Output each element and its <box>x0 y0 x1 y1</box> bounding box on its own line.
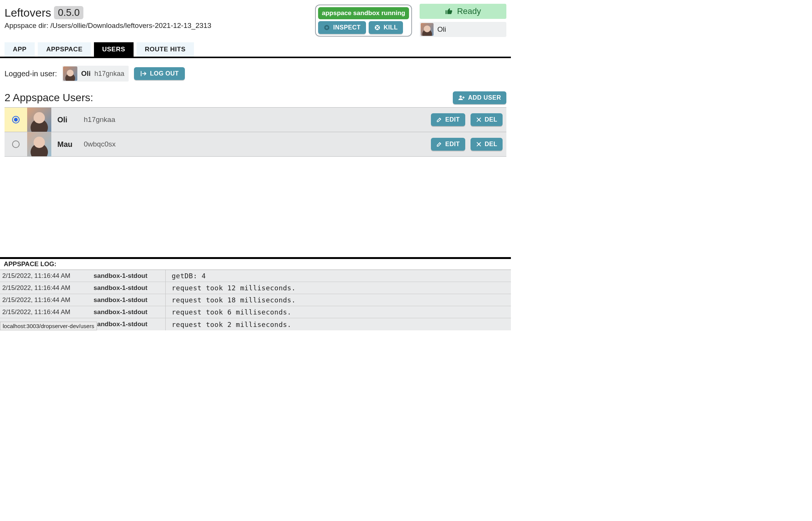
ready-label: Ready <box>457 6 481 16</box>
ready-status: Ready <box>420 4 506 19</box>
inspect-label: INSPECT <box>333 24 361 31</box>
close-circle-icon <box>374 24 381 31</box>
log-ts: 2/15/2022, 11:16:44 AM <box>0 308 94 316</box>
edit-user-button[interactable]: EDIT <box>431 138 465 151</box>
user-list: Oli h17gnkaa EDIT DEL <box>5 107 506 157</box>
users-section-title: 2 Appspace Users: <box>5 92 93 104</box>
avatar <box>27 132 51 156</box>
appspace-dir-label: Appspace dir: <box>5 22 48 29</box>
logged-in-label: Logged-in user: <box>5 69 57 78</box>
current-user-pill[interactable]: Oli <box>420 22 506 37</box>
log-row: 2/15/2022, 11:16:44 AM sandbox-1-stdout … <box>0 294 511 306</box>
thumbs-up-icon <box>445 7 453 15</box>
tab-users[interactable]: USERS <box>94 42 134 57</box>
avatar <box>63 66 77 81</box>
log-src: sandbox-1-stdout <box>94 272 165 280</box>
logged-in-chip: Oli h17gnkaa <box>62 66 129 82</box>
edit-label: EDIT <box>445 116 460 123</box>
user-row-id: h17gnkaa <box>84 116 115 124</box>
log-ts: 2/15/2022, 11:16:44 AM <box>0 272 94 280</box>
log-src: sandbox-1-stdout <box>94 321 165 328</box>
delete-user-button[interactable]: DEL <box>471 138 503 151</box>
log-ts: 2/15/2022, 11:16:44 AM <box>0 284 94 292</box>
log-msg: request took 12 milliseconds. <box>166 284 296 292</box>
add-user-label: ADD USER <box>468 94 501 101</box>
log-src: sandbox-1-stdout <box>94 296 165 304</box>
avatar <box>27 108 51 132</box>
user-plus-icon <box>458 94 465 101</box>
tab-app[interactable]: APP <box>5 42 35 57</box>
del-label: DEL <box>485 141 498 148</box>
log-header: APPSPACE LOG: <box>0 259 511 270</box>
user-select-radio[interactable] <box>5 132 27 156</box>
close-icon <box>476 141 482 147</box>
tab-bar: APP APPSPACE USERS ROUTE HITS <box>5 42 511 57</box>
log-msg: request took 2 milliseconds. <box>166 321 291 328</box>
log-msg: request took 6 milliseconds. <box>166 308 291 316</box>
tab-appspace[interactable]: APPSPACE <box>38 42 91 57</box>
edit-icon <box>436 117 442 123</box>
log-row: 2/15/2022, 11:16:44 AM sandbox-1-stdout … <box>0 306 511 318</box>
edit-icon <box>436 141 442 147</box>
current-user-name: Oli <box>437 25 446 34</box>
svg-point-3 <box>460 96 462 98</box>
log-ts: 2/15/2022, 11:16:44 AM <box>0 296 94 304</box>
log-row: 2/15/2022, 11:16:44 AM sandbox-1-stdout … <box>0 282 511 294</box>
app-title: Leftovers <box>5 6 51 19</box>
close-icon <box>476 117 482 123</box>
user-row-id: 0wbqc0sx <box>84 140 116 148</box>
add-user-button[interactable]: ADD USER <box>453 91 506 104</box>
user-row-name: Oli <box>57 116 76 124</box>
edit-user-button[interactable]: EDIT <box>431 113 465 126</box>
kill-button[interactable]: KILL <box>369 21 403 34</box>
logged-in-name: Oli <box>81 69 91 78</box>
logout-label: LOG OUT <box>150 70 178 77</box>
appspace-log: APPSPACE LOG: 2/15/2022, 11:16:44 AM san… <box>0 257 511 330</box>
user-row-name: Mau <box>57 140 76 149</box>
log-row: 2/15/2022, 11:16:44 AM sandbox-1-stdout … <box>0 270 511 282</box>
user-row: Oli h17gnkaa EDIT DEL <box>5 108 506 132</box>
log-msg: request took 18 milliseconds. <box>166 296 296 304</box>
user-row: Mau 0wbqc0sx EDIT DEL <box>5 132 506 157</box>
logged-in-id: h17gnkaa <box>94 70 124 78</box>
version-chip: 0.5.0 <box>54 6 83 19</box>
edit-label: EDIT <box>445 141 460 148</box>
log-src: sandbox-1-stdout <box>94 308 165 316</box>
log-msg: getDB: 4 <box>166 272 206 280</box>
appspace-dir-path: /Users/ollie/Downloads/leftovers-2021-12… <box>50 22 211 29</box>
avatar <box>421 23 434 36</box>
logout-button[interactable]: LOG OUT <box>134 67 185 80</box>
sandbox-status: appspace sandbox running <box>318 7 409 19</box>
sandbox-panel: appspace sandbox running INSPECT KILL <box>315 5 412 37</box>
tab-route-hits[interactable]: ROUTE HITS <box>137 42 194 57</box>
status-bar-url: localhost:3003/dropserver-dev/users <box>0 322 97 330</box>
target-icon <box>323 24 330 31</box>
user-select-radio[interactable] <box>5 108 27 132</box>
delete-user-button[interactable]: DEL <box>471 113 503 126</box>
inspect-button[interactable]: INSPECT <box>318 21 366 34</box>
log-src: sandbox-1-stdout <box>94 284 165 292</box>
kill-label: KILL <box>384 24 398 31</box>
svg-point-1 <box>326 26 328 29</box>
appspace-dir: Appspace dir: /Users/ollie/Downloads/lef… <box>5 22 308 30</box>
logout-icon <box>140 70 147 77</box>
del-label: DEL <box>485 116 498 123</box>
